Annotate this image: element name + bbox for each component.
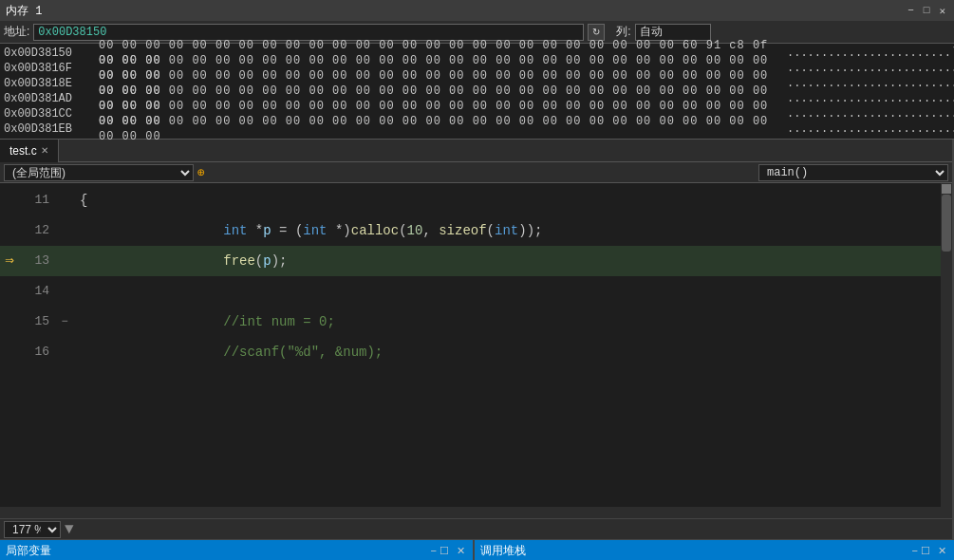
code-tabbar: test.c ✕ [0,140,952,162]
locals-panel: 局部变量 − ☐ ✕ 名称 值 类型 ▼ p p 0x008a8838 {0} … [0,540,475,560]
tab-test-c[interactable]: test.c ✕ [0,140,59,162]
callstack-title: 调用堆栈 [480,543,526,559]
zoom-down-btn[interactable]: ▼ [65,521,74,538]
scope-select[interactable]: (全局范围) [4,164,194,181]
memory-float-btn[interactable]: □ [921,5,933,16]
callstack-close-btn[interactable]: ✕ [936,545,948,557]
line-num-13: 13 [19,246,57,276]
func-icon: ⊕ [197,165,205,180]
line-num-14: 14 [19,276,57,307]
line-expand-15[interactable]: − [57,307,72,337]
code-line-16: 16 //scanf("%d", &num); [0,337,952,367]
memory-pin-btn[interactable]: − [905,5,917,16]
code-line-13: ⇒ 13 free(p); [0,246,952,276]
memory-close-btn[interactable]: ✕ [936,5,948,17]
line-arrow-13: ⇒ [0,246,19,276]
line-num-16: 16 [19,337,57,367]
code-area: 11 { 12 int *p = (int *)calloc(10, sizeo… [0,183,952,518]
bottom-panels: 局部变量 − ☐ ✕ 名称 值 类型 ▼ p p 0x008a8838 {0} … [0,539,954,560]
func-select[interactable]: main() [758,164,948,181]
memory-title: 内存 1 [6,3,42,19]
code-scrollbar-h[interactable] [0,507,941,518]
memory-row-5: 0x00D381EB 00 00 00 00 00 00 00 00 00 00… [4,121,950,137]
line-num-15: 15 [19,307,57,337]
tab-close-btn[interactable]: ✕ [41,145,48,156]
tab-filename: test.c [9,144,37,158]
zoom-bar: 177 % ▼ [0,518,952,539]
line-num-12: 12 [19,215,57,246]
locals-titlebar: 局部变量 − ☐ ✕ [0,540,473,560]
memory-titlebar: 内存 1 − □ ✕ [0,0,954,21]
callstack-panel: 调用堆栈 − ☐ ✕ 名称 语言 ▶ test.exe!main(...) 行 … [475,540,954,560]
line-code-16: //scanf("%d", &num); [72,307,952,398]
callstack-titlebar: 调用堆栈 − ☐ ✕ [475,540,954,560]
memory-content: 0x00D38150 00 00 00 00 00 00 00 00 00 00… [0,44,954,139]
memory-panel: 内存 1 − □ ✕ 地址: ↻ 列: 0x00D38150 00 00 00 … [0,0,954,140]
locals-close-btn[interactable]: ✕ [455,545,467,557]
locals-pin-btn[interactable]: − ☐ [429,545,451,557]
code-scrollbar-v[interactable] [941,183,952,518]
addr-label: 地址: [4,24,29,40]
zoom-select[interactable]: 177 % [4,521,61,538]
code-toolbar: (全局范围) ⊕ main() [0,162,952,183]
callstack-pin-btn[interactable]: − ☐ [910,545,932,557]
line-num-11: 11 [19,185,57,215]
locals-title: 局部变量 [6,543,51,559]
